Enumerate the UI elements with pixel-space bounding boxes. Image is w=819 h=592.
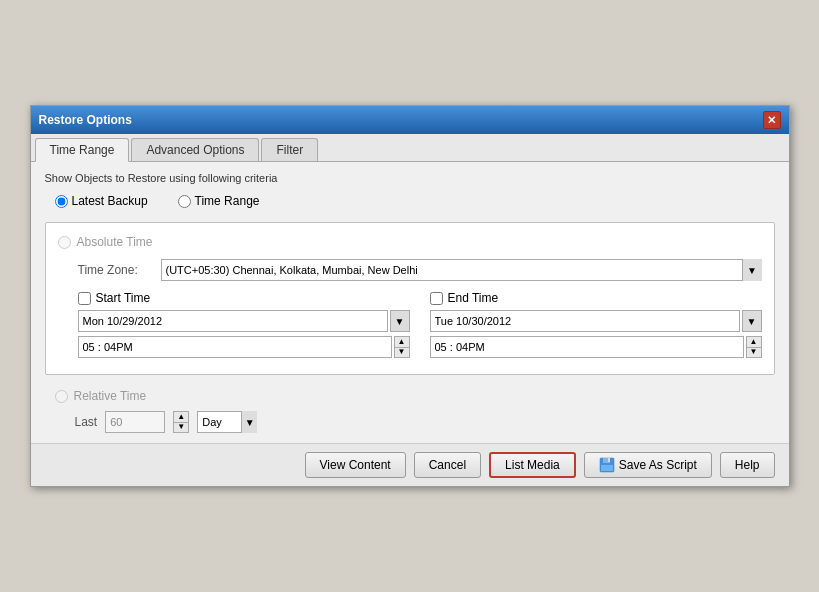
- end-date-row: ▼: [430, 310, 762, 332]
- tabs-row: Time Range Advanced Options Filter: [31, 134, 789, 162]
- end-time-spinner[interactable]: ▲ ▼: [746, 336, 762, 358]
- relative-time-inputs: Last ▲ ▼ Day Week Month ▼: [75, 411, 775, 433]
- help-label: Help: [735, 458, 760, 472]
- start-time-up-arrow[interactable]: ▲: [395, 337, 409, 348]
- start-time-input[interactable]: [78, 336, 392, 358]
- view-content-label: View Content: [320, 458, 391, 472]
- titlebar: Restore Options ✕: [31, 106, 789, 134]
- start-date-dropdown-btn[interactable]: ▼: [390, 310, 410, 332]
- unit-select[interactable]: Day Week Month: [197, 411, 257, 433]
- latest-backup-option[interactable]: Latest Backup: [55, 194, 148, 208]
- window-title: Restore Options: [39, 113, 132, 127]
- last-value-spinner[interactable]: ▲ ▼: [173, 411, 189, 433]
- last-label: Last: [75, 415, 98, 429]
- start-time-row: ▲ ▼: [78, 336, 410, 358]
- restore-options-window: Restore Options ✕ Time Range Advanced Op…: [30, 105, 790, 487]
- save-as-script-label: Save As Script: [619, 458, 697, 472]
- tab-advanced-options[interactable]: Advanced Options: [131, 138, 259, 161]
- start-time-checkbox[interactable]: [78, 292, 91, 305]
- timezone-select[interactable]: (UTC+05:30) Chennai, Kolkata, Mumbai, Ne…: [161, 259, 762, 281]
- absolute-time-radio[interactable]: [58, 236, 71, 249]
- end-time-checkbox[interactable]: [430, 292, 443, 305]
- cancel-button[interactable]: Cancel: [414, 452, 481, 478]
- svg-rect-2: [608, 458, 610, 462]
- list-media-label: List Media: [505, 458, 560, 472]
- last-down-arrow[interactable]: ▼: [174, 423, 188, 433]
- end-time-up-arrow[interactable]: ▲: [747, 337, 761, 348]
- main-content: Show Objects to Restore using following …: [31, 162, 789, 443]
- relative-time-radio-row: Relative Time: [55, 389, 775, 403]
- start-date-row: ▼: [78, 310, 410, 332]
- tab-filter[interactable]: Filter: [261, 138, 318, 161]
- footer: View Content Cancel List Media Save As S…: [31, 443, 789, 486]
- start-time-down-arrow[interactable]: ▼: [395, 348, 409, 358]
- cancel-label: Cancel: [429, 458, 466, 472]
- relative-time-radio[interactable]: [55, 390, 68, 403]
- tab-time-range[interactable]: Time Range: [35, 138, 130, 162]
- save-as-script-button[interactable]: Save As Script: [584, 452, 712, 478]
- end-time-input[interactable]: [430, 336, 744, 358]
- save-script-icon: [599, 457, 615, 473]
- end-time-down-arrow[interactable]: ▼: [747, 348, 761, 358]
- time-selection-row: Latest Backup Time Range: [55, 194, 775, 208]
- start-time-spinner[interactable]: ▲ ▼: [394, 336, 410, 358]
- timezone-label: Time Zone:: [78, 263, 153, 277]
- help-button[interactable]: Help: [720, 452, 775, 478]
- latest-backup-label: Latest Backup: [72, 194, 148, 208]
- list-media-button[interactable]: List Media: [489, 452, 576, 478]
- start-time-label: Start Time: [96, 291, 151, 305]
- end-time-checkbox-row: End Time: [430, 291, 762, 305]
- time-range-radio[interactable]: [178, 195, 191, 208]
- end-time-row: ▲ ▼: [430, 336, 762, 358]
- end-date-dropdown-btn[interactable]: ▼: [742, 310, 762, 332]
- absolute-time-label: Absolute Time: [77, 235, 153, 249]
- start-time-col: Start Time ▼ ▲ ▼: [78, 291, 410, 362]
- time-range-label: Time Range: [195, 194, 260, 208]
- close-button[interactable]: ✕: [763, 111, 781, 129]
- relative-time-label: Relative Time: [74, 389, 147, 403]
- end-time-col: End Time ▼ ▲ ▼: [430, 291, 762, 362]
- absolute-time-box: Absolute Time Time Zone: (UTC+05:30) Che…: [45, 222, 775, 375]
- svg-rect-3: [601, 465, 613, 471]
- timezone-row: Time Zone: (UTC+05:30) Chennai, Kolkata,…: [78, 259, 762, 281]
- end-time-label: End Time: [448, 291, 499, 305]
- start-date-input[interactable]: [78, 310, 388, 332]
- last-value-input[interactable]: [105, 411, 165, 433]
- timezone-select-wrapper: (UTC+05:30) Chennai, Kolkata, Mumbai, Ne…: [161, 259, 762, 281]
- end-date-input[interactable]: [430, 310, 740, 332]
- latest-backup-radio[interactable]: [55, 195, 68, 208]
- unit-select-wrapper: Day Week Month ▼: [197, 411, 257, 433]
- absolute-time-radio-row: Absolute Time: [58, 235, 762, 249]
- view-content-button[interactable]: View Content: [305, 452, 406, 478]
- relative-time-group: Relative Time Last ▲ ▼ Day Week Month ▼: [55, 389, 775, 433]
- last-up-arrow[interactable]: ▲: [174, 412, 188, 423]
- datetime-columns: Start Time ▼ ▲ ▼: [78, 291, 762, 362]
- section-description: Show Objects to Restore using following …: [45, 172, 775, 184]
- time-range-option[interactable]: Time Range: [178, 194, 260, 208]
- start-time-checkbox-row: Start Time: [78, 291, 410, 305]
